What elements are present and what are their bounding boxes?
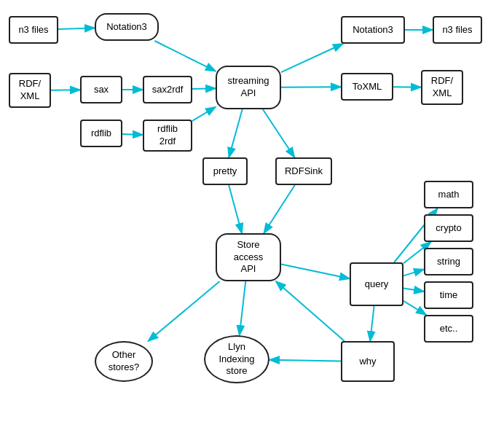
svg-line-14 xyxy=(264,185,295,233)
node-rdfxml1: RDF/ XML xyxy=(9,73,51,108)
node-sax: sax xyxy=(80,76,122,103)
node-sax2rdf: sax2rdf xyxy=(143,76,192,103)
node-rdflib: rdflib xyxy=(80,120,122,147)
node-etcdots: etc.. xyxy=(424,315,473,343)
svg-line-5 xyxy=(192,88,216,89)
svg-line-1 xyxy=(58,28,95,29)
node-notation3_2: Notation3 xyxy=(341,16,405,44)
node-rdflib2rdf: rdflib 2rdf xyxy=(143,120,192,152)
svg-line-2 xyxy=(154,41,216,71)
node-notation3_1: Notation3 xyxy=(95,13,159,41)
node-rdfsink: RDFSink xyxy=(275,157,332,185)
node-toxml: ToXML xyxy=(341,73,393,101)
svg-line-16 xyxy=(240,281,245,335)
diagram: n3 filesNotation3RDF/ XMLsaxsax2rdfrdfli… xyxy=(0,0,504,430)
svg-line-24 xyxy=(276,281,344,341)
svg-line-8 xyxy=(281,44,343,72)
node-crypto: crypto xyxy=(424,214,473,242)
node-llyn: Llyn Indexing store xyxy=(204,335,269,383)
node-otherstores: Other stores? xyxy=(95,341,153,382)
node-query: query xyxy=(350,262,403,306)
node-math: math xyxy=(424,181,473,208)
svg-line-9 xyxy=(281,87,341,87)
node-why: why xyxy=(341,341,395,382)
node-time: time xyxy=(424,281,473,309)
node-storeaccessapi: Store access API xyxy=(216,233,281,281)
svg-line-22 xyxy=(403,289,424,292)
svg-line-21 xyxy=(403,270,424,276)
node-pretty: pretty xyxy=(202,157,248,185)
svg-line-6 xyxy=(122,134,143,135)
svg-line-10 xyxy=(229,109,242,157)
node-string: string xyxy=(424,248,473,275)
node-n3files2: n3 files xyxy=(433,16,482,44)
svg-line-15 xyxy=(229,185,242,233)
svg-line-26 xyxy=(370,306,374,341)
node-streamingapi: streaming API xyxy=(216,66,281,109)
node-rdfxml2: RDF/ XML xyxy=(421,70,463,105)
svg-line-23 xyxy=(403,301,426,315)
svg-line-25 xyxy=(269,360,341,361)
svg-line-18 xyxy=(281,264,350,278)
node-n3files1: n3 files xyxy=(9,16,58,44)
svg-line-11 xyxy=(263,109,295,157)
svg-line-7 xyxy=(192,107,216,121)
svg-line-17 xyxy=(148,281,219,341)
